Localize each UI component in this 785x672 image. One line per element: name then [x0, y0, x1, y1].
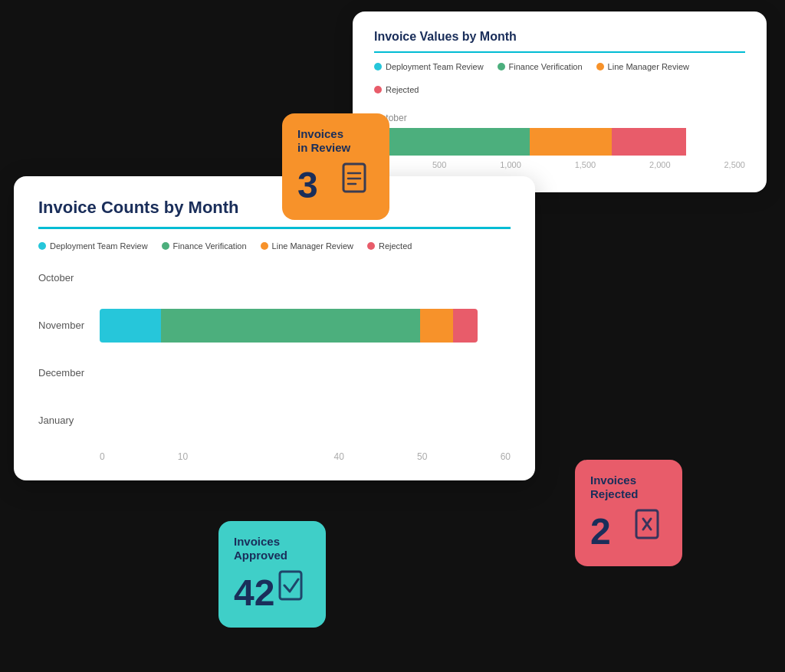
- x-axis: 0 10 40 50 60: [38, 451, 511, 462]
- row-january: January: [38, 404, 511, 438]
- bar-november-finance: [161, 309, 420, 343]
- stat-review-number: 3: [297, 167, 318, 204]
- back-month-october: October: [374, 113, 745, 123]
- back-bar-rejected: [612, 128, 686, 156]
- legend-item-rejected: Rejected: [374, 85, 419, 94]
- legend-dot-deployment: [374, 63, 382, 70]
- back-legend: Deployment Team Review Finance Verificat…: [374, 62, 745, 94]
- bar-november-deployment: [100, 309, 161, 343]
- invoice-values-title: Invoice Values by Month: [374, 30, 745, 44]
- back-card-divider: [374, 51, 745, 53]
- front-legend: Deployment Team Review Finance Verificat…: [38, 241, 511, 251]
- legend-dot-finance: [498, 63, 505, 70]
- stat-review-title: Invoicesin Review: [297, 127, 374, 155]
- legend-label-linemanager: Line Manager Review: [608, 62, 689, 71]
- legend-label-rejected: Rejected: [386, 85, 419, 94]
- front-dot-rejected: [367, 242, 375, 250]
- bar-november-linemanager: [420, 309, 453, 343]
- front-dot-linemanager: [261, 242, 268, 250]
- stat-card-review: Invoicesin Review 3: [282, 113, 389, 220]
- legend-dot-rejected: [374, 86, 382, 93]
- back-axis-labels: 0 500 1,000 1,500 2,000 2,500: [374, 160, 745, 169]
- front-chart: October November December January: [38, 261, 511, 438]
- front-label-finance: Finance Verification: [173, 241, 247, 251]
- legend-item-finance: Finance Verification: [498, 62, 583, 71]
- stat-approved-number: 42: [234, 575, 274, 611]
- row-october: October: [38, 261, 511, 295]
- bar-october: [100, 261, 511, 295]
- stat-rejected-number: 2: [590, 513, 611, 550]
- front-legend-linemanager: Line Manager Review: [261, 241, 353, 251]
- front-label-deployment: Deployment Team Review: [50, 241, 148, 251]
- label-november: November: [38, 320, 100, 331]
- front-legend-rejected: Rejected: [367, 241, 412, 251]
- stat-approved-title: InvoicesApproved: [234, 535, 310, 562]
- document-icon: [340, 162, 374, 208]
- stat-rejected-title: InvoicesRejected: [590, 474, 667, 501]
- svg-rect-4: [280, 572, 301, 599]
- invoice-counts-title: Invoice Counts by Month: [38, 198, 511, 218]
- back-chart-area: October 0 500 1,000 1,500 2,000 2,500: [374, 105, 745, 177]
- label-october: October: [38, 272, 100, 284]
- front-label-linemanager: Line Manager Review: [272, 241, 353, 251]
- stat-card-approved: InvoicesApproved 42: [218, 521, 326, 628]
- front-label-rejected: Rejected: [379, 241, 412, 251]
- back-bar-october: [374, 128, 745, 156]
- label-january: January: [38, 415, 100, 426]
- bar-november: [100, 309, 511, 343]
- front-chart-wrapper: October November December January: [38, 261, 511, 462]
- row-november: November: [38, 309, 511, 343]
- front-dot-finance: [162, 242, 169, 250]
- front-legend-finance: Finance Verification: [162, 241, 247, 251]
- stat-card-rejected: InvoicesRejected 2: [575, 460, 682, 566]
- bar-november-rejected: [453, 309, 478, 343]
- front-dot-deployment: [38, 242, 46, 250]
- legend-item-linemanager: Line Manager Review: [596, 62, 689, 71]
- row-december: December: [38, 356, 511, 390]
- bar-january: [100, 404, 511, 438]
- back-bar-finance: [374, 128, 530, 156]
- legend-dot-linemanager: [596, 63, 604, 70]
- front-legend-deployment: Deployment Team Review: [38, 241, 148, 251]
- label-december: December: [38, 367, 100, 379]
- stat-review-bottom: 3: [297, 162, 374, 208]
- bar-december: [100, 356, 511, 390]
- legend-label-deployment: Deployment Team Review: [386, 62, 484, 71]
- legend-label-finance: Finance Verification: [509, 62, 583, 71]
- stat-rejected-bottom: 2: [590, 509, 667, 554]
- x-icon: [633, 509, 667, 554]
- checkmark-icon: [277, 570, 310, 615]
- front-card-divider: [38, 227, 511, 229]
- stat-approved-bottom: 42: [234, 570, 310, 615]
- invoice-values-card: Invoice Values by Month Deployment Team …: [353, 11, 767, 192]
- back-bar-linemanager: [530, 128, 611, 156]
- x-axis-labels: 0 10 40 50 60: [100, 451, 511, 462]
- legend-item-deployment: Deployment Team Review: [374, 62, 484, 71]
- invoice-counts-card: Invoice Counts by Month Deployment Team …: [14, 176, 535, 480]
